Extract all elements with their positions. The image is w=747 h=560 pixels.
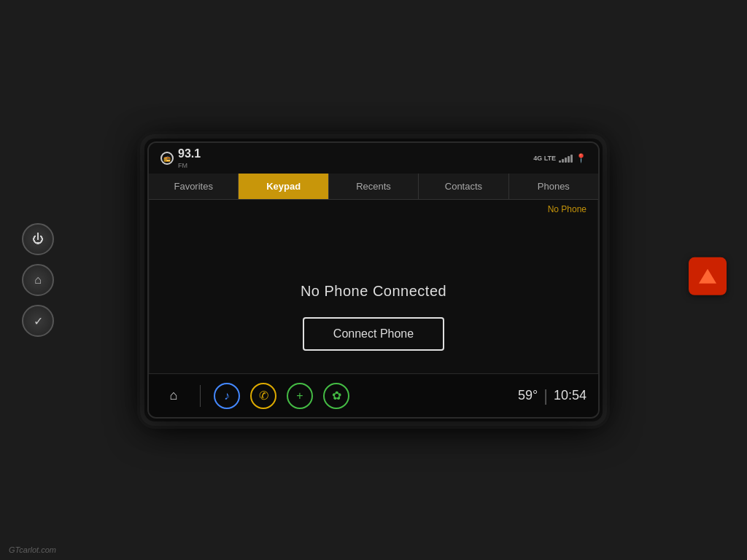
bottom-bar: ⌂ ♪ ✆ + ✿ 59° | 10:54	[149, 373, 598, 417]
tab-phones[interactable]: Phones	[509, 174, 598, 199]
screen-wrapper: 📻 93.1 FM 4G LTE	[144, 139, 603, 421]
tab-recents[interactable]: Recents	[329, 174, 419, 199]
radio-frequency: 93.1	[178, 147, 201, 160]
time-divider: |	[543, 386, 548, 405]
infotainment-screen: 📻 93.1 FM 4G LTE	[147, 141, 600, 419]
tab-favorites[interactable]: Favorites	[149, 174, 239, 199]
radio-icon: 📻	[160, 152, 174, 165]
right-controls	[689, 257, 727, 295]
no-phone-message: No Phone Connected	[301, 283, 446, 300]
home-button[interactable]: ⌂	[22, 264, 54, 296]
radio-info: 📻 93.1 FM	[160, 147, 201, 169]
tab-keypad[interactable]: Keypad	[239, 174, 328, 199]
bottom-leaf-icon[interactable]: ✿	[323, 383, 349, 409]
left-controls: ⏻ ⌂ ✓	[22, 223, 54, 337]
no-phone-status-label: No Phone	[149, 200, 598, 216]
check-button[interactable]: ✓	[22, 305, 54, 337]
tab-contacts[interactable]: Contacts	[419, 174, 508, 199]
tab-bar: Favorites Keypad Recents Contacts Phones	[149, 174, 598, 200]
bottom-home-icon[interactable]: ⌂	[160, 383, 187, 409]
signal-bar-3	[565, 158, 567, 163]
power-button[interactable]: ⏻	[22, 223, 54, 255]
lte-label: 4G LTE	[533, 155, 556, 162]
signal-bar-4	[568, 156, 570, 163]
outer-frame: ⏻ ⌂ ✓ 📻 93.1 FM	[0, 0, 747, 560]
location-icon: 📍	[576, 153, 587, 163]
emergency-button[interactable]	[689, 257, 727, 295]
bottom-phone-icon[interactable]: ✆	[250, 383, 276, 409]
signal-bar-1	[559, 160, 561, 163]
bottom-music-icon[interactable]: ♪	[214, 383, 240, 409]
emergency-triangle-icon	[699, 269, 716, 284]
watermark: GTcarlot.com	[9, 545, 56, 554]
connect-phone-button[interactable]: Connect Phone	[303, 317, 444, 351]
bottom-right-info: 59° | 10:54	[518, 386, 587, 405]
bottom-icons: ⌂ ♪ ✆ + ✿	[160, 383, 518, 409]
signal-bars	[559, 154, 573, 163]
radio-band: FM	[178, 162, 201, 169]
bottom-divider	[200, 385, 201, 407]
status-bar: 📻 93.1 FM 4G LTE	[149, 143, 598, 174]
bottom-plus-icon[interactable]: +	[287, 383, 313, 409]
time-display: 10:54	[554, 388, 587, 403]
signal-area: 4G LTE 📍	[533, 153, 587, 163]
signal-bar-5	[570, 155, 573, 163]
temperature-display: 59°	[518, 388, 538, 403]
signal-bar-2	[562, 159, 564, 163]
